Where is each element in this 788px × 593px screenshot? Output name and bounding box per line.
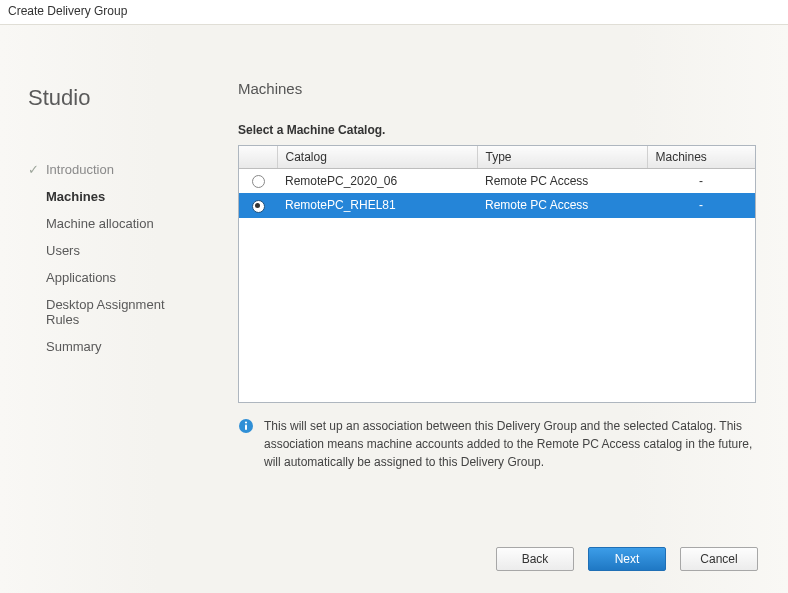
wizard-body: Studio Introduction Machines Machine all… — [0, 24, 788, 593]
step-users[interactable]: Users — [28, 237, 200, 264]
cell-catalog: RemotePC_2020_06 — [277, 169, 477, 194]
cell-machines: - — [647, 169, 755, 194]
cell-type: Remote PC Access — [477, 193, 647, 217]
window-title: Create Delivery Group — [0, 0, 788, 24]
footer-buttons: Back Next Cancel — [496, 547, 758, 571]
cell-catalog: RemotePC_RHEL81 — [277, 193, 477, 217]
page-title: Machines — [238, 80, 756, 97]
cancel-button[interactable]: Cancel — [680, 547, 758, 571]
table-row[interactable]: RemotePC_2020_06 Remote PC Access - — [239, 169, 755, 194]
table-header-row: Catalog Type Machines — [239, 146, 755, 169]
step-applications[interactable]: Applications — [28, 264, 200, 291]
brand-title: Studio — [28, 85, 200, 111]
table-row[interactable]: RemotePC_RHEL81 Remote PC Access - — [239, 193, 755, 217]
main-panel: Machines Select a Machine Catalog. Catal… — [238, 80, 756, 471]
info-message: This will set up an association between … — [238, 417, 756, 471]
instruction-label: Select a Machine Catalog. — [238, 123, 756, 137]
cell-type: Remote PC Access — [477, 169, 647, 194]
svg-point-1 — [245, 421, 247, 423]
step-introduction[interactable]: Introduction — [28, 156, 200, 183]
back-button[interactable]: Back — [496, 547, 574, 571]
step-desktop-assignment-rules[interactable]: Desktop Assignment Rules — [28, 291, 200, 333]
step-machines[interactable]: Machines — [28, 183, 200, 210]
info-text: This will set up an association between … — [264, 417, 756, 471]
step-summary[interactable]: Summary — [28, 333, 200, 360]
radio-icon[interactable] — [252, 200, 265, 213]
header-machines[interactable]: Machines — [647, 146, 755, 169]
radio-icon[interactable] — [252, 175, 265, 188]
wizard-steps: Introduction Machines Machine allocation… — [28, 156, 200, 360]
header-type[interactable]: Type — [477, 146, 647, 169]
header-radio — [239, 146, 277, 169]
sidebar: Studio Introduction Machines Machine all… — [0, 25, 220, 360]
next-button[interactable]: Next — [588, 547, 666, 571]
step-machine-allocation[interactable]: Machine allocation — [28, 210, 200, 237]
cell-machines: - — [647, 193, 755, 217]
svg-rect-2 — [245, 425, 247, 431]
catalog-table: Catalog Type Machines RemotePC_2020_06 R… — [238, 145, 756, 403]
header-catalog[interactable]: Catalog — [277, 146, 477, 169]
info-icon — [238, 418, 258, 439]
